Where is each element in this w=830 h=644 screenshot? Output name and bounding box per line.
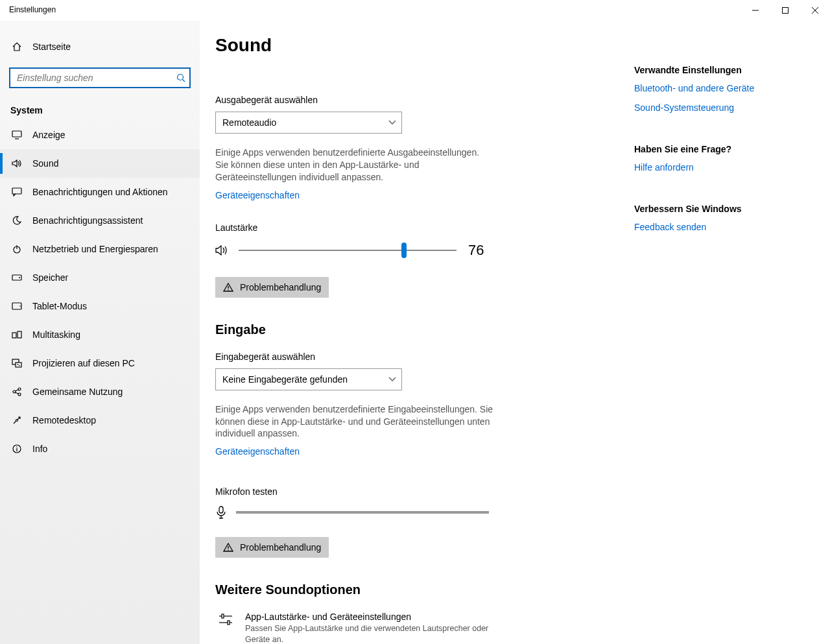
svg-line-22 (16, 390, 19, 391)
info-icon (10, 444, 23, 453)
sidebar-item-label: Projizieren auf diesen PC (32, 358, 135, 368)
sound-icon (10, 159, 23, 168)
svg-rect-30 (219, 507, 223, 513)
svg-line-23 (16, 392, 19, 394)
sidebar-item-notifications[interactable]: Benachrichtigungen und Aktionen (0, 178, 200, 206)
sidebar: Startseite System Anzeige (0, 21, 200, 644)
close-button[interactable] (800, 0, 830, 21)
sidebar-item-label: Gemeinsame Nutzung (32, 387, 123, 397)
sidebar-item-about[interactable]: Info (0, 435, 200, 463)
troubleshoot-label: Problembehandlung (240, 282, 321, 292)
search-input[interactable] (9, 67, 191, 88)
input-troubleshoot-button[interactable]: Problembehandlung (215, 537, 329, 558)
remote-icon (10, 416, 23, 425)
input-props-link[interactable]: Geräteeigenschaften (215, 446, 300, 457)
svg-point-26 (16, 446, 18, 447)
display-icon (10, 130, 23, 139)
maximize-button[interactable] (770, 0, 800, 21)
sidebar-item-project[interactable]: Projizieren auf diesen PC (0, 349, 200, 377)
svg-rect-16 (18, 331, 21, 338)
input-device-selected: Keine Eingabegeräte gefunden (222, 374, 348, 385)
related-heading: Verwandte Einstellungen (634, 65, 803, 75)
svg-rect-36 (228, 621, 230, 625)
sidebar-item-label: Tablet-Modus (32, 301, 87, 311)
sidebar-item-label: Multitasking (32, 329, 80, 340)
sidebar-section-title: System (10, 105, 200, 115)
warning-icon (223, 283, 233, 292)
related-link-soundcontrol[interactable]: Sound-Systemsteuerung (634, 102, 803, 113)
svg-point-32 (228, 550, 229, 551)
titlebar: Einstellungen (0, 0, 830, 21)
sidebar-item-tablet[interactable]: Tablet-Modus (0, 292, 200, 320)
chevron-down-icon (388, 120, 396, 125)
svg-rect-6 (12, 131, 21, 137)
more-item-title: App-Lautstärke- und Geräteeinstellungen (245, 612, 492, 622)
sidebar-item-label: Remotedesktop (32, 415, 96, 425)
tablet-icon (10, 302, 23, 310)
volume-label: Lautstärke (215, 222, 604, 233)
output-device-selected: Remoteaudio (222, 117, 276, 128)
sidebar-item-display[interactable]: Anzeige (0, 121, 200, 149)
related-link-bluetooth[interactable]: Bluetooth- und andere Geräte (634, 83, 803, 93)
svg-point-24 (16, 420, 18, 422)
project-icon (10, 359, 23, 368)
output-device-dropdown[interactable]: Remoteaudio (215, 112, 402, 134)
chevron-down-icon (388, 377, 396, 382)
home-icon (10, 42, 23, 52)
improve-heading: Verbessern Sie Windows (634, 204, 803, 214)
svg-line-5 (183, 80, 185, 82)
volume-slider[interactable] (239, 250, 456, 251)
power-icon (10, 244, 23, 254)
speaker-icon (215, 244, 228, 256)
input-choose-label: Eingabegerät auswählen (215, 352, 604, 362)
input-device-dropdown[interactable]: Keine Eingabegeräte gefunden (215, 368, 402, 390)
output-troubleshoot-button[interactable]: Problembehandlung (215, 277, 329, 298)
help-link[interactable]: Hilfe anfordern (634, 162, 803, 173)
sidebar-item-power[interactable]: Netzbetrieb und Energiesparen (0, 235, 200, 263)
home-label: Startseite (32, 42, 71, 52)
microphone-icon (215, 506, 227, 519)
svg-rect-34 (222, 614, 224, 618)
storage-icon (10, 274, 23, 281)
mic-level-bar (236, 511, 489, 514)
feedback-link[interactable]: Feedback senden (634, 222, 803, 232)
slider-thumb[interactable] (401, 243, 407, 258)
right-panel: Verwandte Einstellungen Bluetooth- und a… (634, 65, 803, 263)
sidebar-item-label: Netzbetrieb und Energiesparen (32, 244, 158, 254)
sidebar-nav: Anzeige Sound Benachrichtigungen und Akt… (0, 121, 200, 463)
moon-icon (10, 216, 23, 225)
sidebar-item-label: Info (32, 444, 47, 454)
sidebar-item-focus-assist[interactable]: Benachrichtigungsassistent (0, 206, 200, 235)
sidebar-item-label: Benachrichtigungsassistent (32, 215, 143, 226)
question-heading: Haben Sie eine Frage? (634, 144, 803, 154)
svg-point-12 (19, 277, 20, 278)
sidebar-item-multitasking[interactable]: Multitasking (0, 320, 200, 349)
sliders-icon (215, 612, 236, 644)
mic-test-label: Mikrofon testen (215, 486, 604, 497)
input-heading: Eingabe (215, 322, 604, 337)
search-icon (176, 73, 185, 82)
svg-point-4 (178, 75, 184, 80)
share-icon (10, 387, 23, 396)
notifications-icon (10, 187, 23, 197)
more-heading: Weitere Soundoptionen (215, 582, 604, 597)
svg-point-14 (19, 305, 21, 307)
svg-point-29 (228, 289, 229, 291)
multitasking-icon (10, 331, 23, 339)
more-item-desc: Passen Sie App-Lautstärke und die verwen… (245, 623, 492, 644)
input-desc: Einige Apps verwenden benutzerdefinierte… (215, 403, 494, 440)
output-desc: Einige Apps verwenden benutzerdefinierte… (215, 147, 494, 184)
sidebar-item-label: Benachrichtigungen und Aktionen (32, 187, 168, 197)
svg-rect-8 (12, 188, 21, 194)
sidebar-item-sound[interactable]: Sound (0, 149, 200, 178)
svg-rect-1 (783, 8, 788, 14)
sidebar-item-shared[interactable]: Gemeinsame Nutzung (0, 377, 200, 406)
sidebar-item-remote[interactable]: Remotedesktop (0, 406, 200, 435)
minimize-button[interactable] (741, 0, 770, 21)
sidebar-item-label: Anzeige (32, 130, 65, 140)
sidebar-home[interactable]: Startseite (0, 34, 200, 60)
output-props-link[interactable]: Geräteeigenschaften (215, 190, 300, 200)
sidebar-item-storage[interactable]: Speicher (0, 263, 200, 292)
more-app-volume-item[interactable]: App-Lautstärke- und Geräteeinstellungen … (215, 612, 604, 644)
volume-value: 76 (468, 242, 484, 259)
